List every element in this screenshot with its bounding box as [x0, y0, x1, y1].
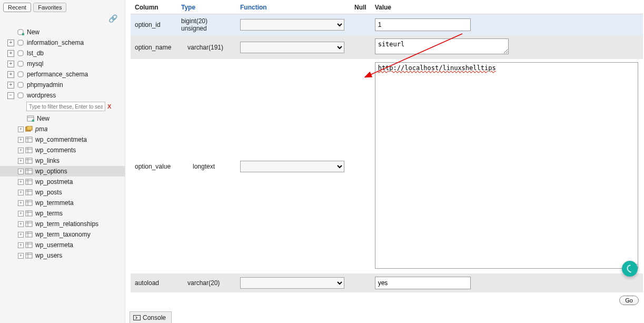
cell-null: [350, 59, 371, 273]
cell-column: option_name: [131, 35, 177, 59]
expand-icon[interactable]: +: [18, 232, 24, 238]
collapse-icon[interactable]: −: [7, 92, 14, 99]
tree-label-new-table: New: [37, 115, 49, 122]
svg-rect-28: [26, 190, 32, 195]
value-textarea-option-value[interactable]: [375, 62, 638, 269]
expand-icon[interactable]: +: [7, 50, 14, 57]
favorites-tab[interactable]: Favorites: [33, 3, 66, 12]
tree-table-wp-term-taxonomy[interactable]: + wp_term_taxonomy: [0, 229, 125, 240]
header-null[interactable]: Null: [350, 1, 371, 14]
expand-icon[interactable]: +: [18, 137, 24, 143]
header-type[interactable]: Type: [177, 1, 236, 14]
cell-type: varchar(20): [177, 273, 236, 292]
table-group-icon: [25, 125, 33, 133]
row-option-value: option_value longtext: [131, 59, 643, 273]
expand-icon[interactable]: +: [18, 200, 24, 206]
expand-icon[interactable]: +: [18, 169, 24, 174]
expand-icon[interactable]: +: [18, 190, 24, 195]
table-icon: [25, 168, 33, 175]
database-icon: [16, 60, 25, 67]
filter-clear-button[interactable]: X: [107, 103, 111, 110]
tree-table-wp-termmeta[interactable]: + wp_termmeta: [0, 198, 125, 208]
header-function[interactable]: Function: [236, 1, 350, 14]
database-icon: [16, 50, 25, 57]
expand-icon[interactable]: +: [18, 179, 24, 185]
main-content: Column Type Function Null Value option_i…: [131, 1, 643, 322]
tree-label-new: New: [27, 28, 39, 36]
svg-rect-40: [26, 232, 32, 237]
tree-table-wp-term-relationships[interactable]: + wp_term_relationships: [0, 219, 125, 229]
go-button[interactable]: Go: [619, 296, 639, 305]
expand-icon[interactable]: +: [7, 71, 14, 78]
console-label: Console: [143, 314, 166, 321]
value-input-option-id[interactable]: [375, 18, 471, 31]
filter-input[interactable]: [26, 102, 105, 111]
tree-table-wp-users[interactable]: + wp_users: [0, 250, 125, 261]
console-toggle[interactable]: Console: [130, 311, 172, 323]
tree-table-wp-posts[interactable]: + wp_posts: [0, 187, 125, 198]
tree-table-pma[interactable]: + pma: [0, 124, 125, 134]
tree-table-wp-links[interactable]: + wp_links: [0, 155, 125, 166]
table-icon: [25, 252, 33, 259]
tree-new-table[interactable]: New: [0, 113, 125, 124]
tree-table-wp-comments[interactable]: + wp_comments: [0, 145, 125, 155]
table-label: wp_termmeta: [35, 199, 74, 207]
tree-table-wp-terms[interactable]: + wp_terms: [0, 208, 125, 219]
database-icon: [16, 81, 25, 89]
tree-table-wp-commentmeta[interactable]: + wp_commentmeta: [0, 134, 125, 145]
tree-table-wp-postmeta[interactable]: + wp_postmeta: [0, 177, 125, 187]
link-icon[interactable]: 🔗: [0, 14, 125, 25]
cell-type: bigint(20) unsigned: [177, 14, 236, 36]
expand-icon[interactable]: +: [7, 82, 14, 89]
cell-function: [236, 14, 350, 36]
svg-rect-12: [27, 126, 32, 130]
expand-icon[interactable]: +: [18, 148, 24, 153]
console-icon: [133, 315, 141, 320]
tree-db-wordpress[interactable]: − wordpress: [0, 90, 125, 101]
value-input-autoload[interactable]: [375, 277, 471, 289]
cell-value: [371, 14, 643, 36]
row-option-id: option_id bigint(20) unsigned: [131, 14, 643, 36]
tree-db-information-schema[interactable]: + information_schema: [0, 37, 125, 48]
svg-rect-19: [26, 158, 32, 163]
tree-db-mysql[interactable]: + mysql: [0, 58, 125, 69]
table-label: wp_options: [35, 168, 67, 175]
expand-icon[interactable]: +: [18, 253, 24, 259]
tree-new-db[interactable]: New: [0, 27, 125, 37]
tree-db-phpmyadmin[interactable]: + phpmyadmin: [0, 80, 125, 90]
function-select-autoload[interactable]: [240, 277, 344, 289]
expand-icon[interactable]: +: [18, 221, 24, 227]
cell-type: longtext: [177, 59, 236, 273]
table-label: wp_term_taxonomy: [35, 231, 91, 238]
cell-column: autoload: [131, 273, 177, 292]
db-label: information_schema: [27, 39, 84, 46]
function-select-option-value[interactable]: [240, 161, 344, 172]
recent-tab[interactable]: Recent: [3, 3, 31, 12]
tree-db-lst-db[interactable]: + lst_db: [0, 48, 125, 58]
table-header-row: Column Type Function Null Value: [131, 1, 643, 14]
expand-icon[interactable]: +: [18, 211, 24, 217]
table-icon: [25, 231, 33, 238]
expand-icon[interactable]: +: [18, 126, 24, 132]
tree-table-wp-usermeta[interactable]: + wp_usermeta: [0, 240, 125, 250]
db-label: mysql: [27, 60, 43, 67]
table-icon: [25, 189, 33, 196]
header-value[interactable]: Value: [371, 1, 643, 14]
expand-icon[interactable]: +: [18, 242, 24, 248]
tree-db-performance-schema[interactable]: + performance_schema: [0, 69, 125, 80]
help-widget[interactable]: [622, 261, 638, 277]
expand-icon[interactable]: +: [7, 40, 14, 46]
svg-rect-43: [26, 242, 32, 248]
row-option-name: option_name varchar(191): [131, 35, 643, 59]
database-new-icon: [16, 28, 25, 36]
expand-icon[interactable]: +: [18, 158, 24, 164]
tree-table-wp-options[interactable]: + wp_options: [0, 166, 125, 177]
cell-type: varchar(191): [177, 35, 236, 59]
db-label: lst_db: [27, 50, 44, 57]
expand-icon[interactable]: +: [7, 61, 14, 67]
header-column[interactable]: Column: [131, 1, 177, 14]
function-select-option-id[interactable]: [240, 19, 344, 31]
value-textarea-option-name[interactable]: [375, 38, 509, 54]
function-select-option-name[interactable]: [240, 42, 344, 53]
sidebar: Recent Favorites 🔗 New + information_sch…: [0, 0, 125, 323]
